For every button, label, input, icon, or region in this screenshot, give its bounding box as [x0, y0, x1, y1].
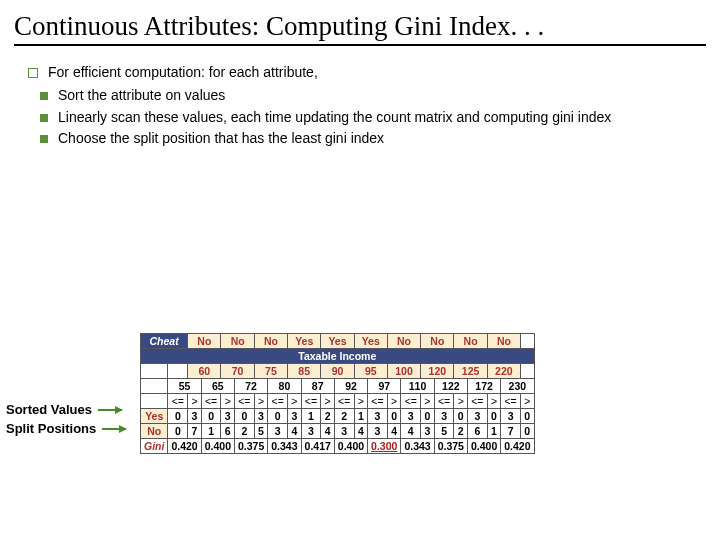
cell: 1 — [354, 409, 368, 424]
cell: 0 — [521, 424, 535, 439]
cell: 230 — [501, 379, 534, 394]
arrow-icon — [102, 428, 126, 430]
cell: 75 — [254, 364, 287, 379]
cell: 0.343 — [268, 439, 301, 454]
cell: 0 — [168, 424, 188, 439]
sub-bullet-text: Linearly scan these values, each time up… — [58, 108, 692, 126]
title-rule — [14, 44, 706, 46]
cell: 65 — [201, 379, 234, 394]
cell: 60 — [188, 364, 221, 379]
cell: > — [288, 394, 302, 409]
side-labels: Sorted Values Split Positions — [6, 402, 126, 440]
cell: > — [188, 394, 202, 409]
cell: 120 — [421, 364, 454, 379]
cell: 122 — [434, 379, 467, 394]
bullet1-text: For efficient computation: for each attr… — [48, 64, 318, 80]
cell: > — [354, 394, 368, 409]
gini-table-wrap: CheatNoNoNoYesYesYesNoNoNoNoTaxable Inco… — [140, 333, 535, 454]
cell: > — [221, 394, 235, 409]
cell: 0 — [487, 409, 501, 424]
cell: No — [188, 334, 221, 349]
cell: <= — [301, 394, 321, 409]
sub-bullet-text: Sort the attribute on values — [58, 86, 692, 104]
cell: 3 — [254, 409, 268, 424]
label-splits: Split Positions — [6, 421, 96, 436]
cell: 0 — [454, 409, 468, 424]
cell: Yes — [288, 334, 321, 349]
cell: 1 — [201, 424, 221, 439]
sub-bullet: Choose the split position that has the l… — [40, 129, 692, 147]
sub-bullet-text: Choose the split position that has the l… — [58, 129, 692, 147]
cell: 4 — [288, 424, 302, 439]
sub-bullet: Sort the attribute on values — [40, 86, 692, 104]
cell: 2 — [454, 424, 468, 439]
cell: 4 — [387, 424, 401, 439]
cell: 3 — [467, 409, 487, 424]
cell: 3 — [368, 409, 388, 424]
cell: 1 — [487, 424, 501, 439]
cell: 3 — [188, 409, 202, 424]
cell: 55 — [168, 379, 201, 394]
sub-bullets: Sort the attribute on values Linearly sc… — [40, 86, 692, 147]
cell: <= — [467, 394, 487, 409]
cell: <= — [168, 394, 188, 409]
cell: 7 — [501, 424, 521, 439]
cell: No — [454, 334, 487, 349]
cell: 2 — [334, 409, 354, 424]
cell: <= — [334, 394, 354, 409]
cell: 0.375 — [234, 439, 267, 454]
square-fill-icon — [40, 135, 48, 143]
cell: 110 — [401, 379, 434, 394]
cell: 220 — [487, 364, 520, 379]
cell: 95 — [354, 364, 387, 379]
cell: 85 — [288, 364, 321, 379]
cell: 4 — [401, 424, 421, 439]
cell — [141, 394, 168, 409]
cell: No — [387, 334, 420, 349]
cell: 3 — [421, 424, 435, 439]
gini-table: CheatNoNoNoYesYesYesNoNoNoNoTaxable Inco… — [140, 333, 535, 454]
cell: > — [521, 394, 535, 409]
label-sorted: Sorted Values — [6, 402, 92, 417]
cell: Yes — [321, 334, 354, 349]
cell: <= — [401, 394, 421, 409]
cell — [521, 364, 535, 379]
cell: 7 — [188, 424, 202, 439]
cell: > — [454, 394, 468, 409]
bullet-level1: For efficient computation: for each attr… — [28, 64, 692, 80]
cell: 3 — [301, 424, 321, 439]
cell: 1 — [301, 409, 321, 424]
cell: Yes — [141, 409, 168, 424]
cell: 3 — [501, 409, 521, 424]
slide-title: Continuous Attributes: Computing Gini In… — [0, 0, 720, 44]
cell: 0.417 — [301, 439, 334, 454]
cell: 3 — [368, 424, 388, 439]
cell: 2 — [321, 409, 335, 424]
cell: 0.400 — [334, 439, 367, 454]
cell: 5 — [434, 424, 454, 439]
cell: Taxable Income — [141, 349, 535, 364]
cell: 2 — [234, 424, 254, 439]
cell: 0 — [234, 409, 254, 424]
cell: Cheat — [141, 334, 188, 349]
cell: 70 — [221, 364, 254, 379]
cell: 6 — [467, 424, 487, 439]
cell: 3 — [401, 409, 421, 424]
cell: > — [321, 394, 335, 409]
body-content: For efficient computation: for each attr… — [0, 52, 720, 147]
cell: > — [487, 394, 501, 409]
cell: <= — [268, 394, 288, 409]
cell: 0 — [268, 409, 288, 424]
cell: 0.420 — [168, 439, 201, 454]
cell — [521, 334, 535, 349]
cell: <= — [234, 394, 254, 409]
cell: Yes — [354, 334, 387, 349]
cell: > — [387, 394, 401, 409]
arrow-icon — [98, 409, 122, 411]
cell: 0.400 — [467, 439, 500, 454]
cell: 172 — [467, 379, 500, 394]
cell: 0.400 — [201, 439, 234, 454]
cell: 92 — [334, 379, 367, 394]
square-open-icon — [28, 68, 38, 78]
cell: 0.420 — [501, 439, 534, 454]
